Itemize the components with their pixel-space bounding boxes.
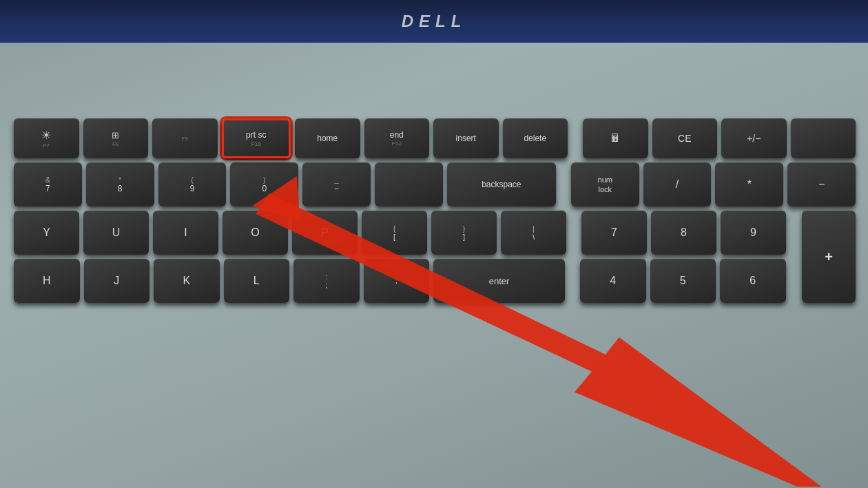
key-extra-r2a[interactable] (375, 162, 443, 206)
key-f7[interactable]: ☀ F7 (14, 118, 79, 158)
key-quote[interactable]: " ' (364, 259, 430, 303)
key-prtsc-main: prt sc (246, 130, 266, 140)
key-prtsc-sub: F10 (251, 141, 261, 147)
key-np7[interactable]: 7 (581, 211, 647, 255)
key-np9[interactable]: 9 (721, 211, 786, 255)
key-f8[interactable]: ⊞ F8 (83, 118, 149, 158)
key-np-div[interactable]: / (643, 162, 712, 206)
key-enter[interactable]: enter (433, 259, 565, 303)
key-end-sub: F12 (392, 140, 402, 147)
key-np-mul[interactable]: * (715, 162, 783, 206)
key-insert[interactable]: insert (433, 118, 499, 158)
key-u[interactable]: U (83, 211, 149, 255)
key-f9-sub: F9 (182, 136, 188, 142)
key-o[interactable]: O (223, 211, 288, 255)
key-prtsc[interactable]: prt sc F10 (222, 118, 291, 158)
key-i[interactable]: I (153, 211, 218, 255)
key-ce-main: CE (678, 133, 691, 144)
key-home[interactable]: home (295, 118, 360, 158)
key-calc-icon: 🖩 (610, 132, 621, 145)
key-delete[interactable]: delete (503, 118, 568, 158)
laptop-frame: DELL ☀ F7 ⊞ F8 F9 (0, 0, 868, 488)
key-plusminus-main: +/− (747, 133, 761, 144)
key-np6[interactable]: 6 (720, 259, 786, 303)
row-numbers: & 7 * 8 ( 9 ) 0 (14, 162, 856, 206)
key-bracketclose[interactable]: } ] (431, 211, 497, 255)
key-y[interactable]: Y (14, 211, 79, 255)
key-numlock[interactable]: numlock (571, 162, 639, 206)
key-p[interactable]: P (292, 211, 358, 255)
key-delete-main: delete (524, 134, 546, 143)
key-np4[interactable]: 4 (580, 259, 646, 303)
key-j[interactable]: J (84, 259, 150, 303)
laptop-top-bar: DELL (0, 0, 868, 43)
key-backspace[interactable]: backspace (447, 162, 556, 206)
key-end-main: end (390, 130, 404, 140)
key-np-plus[interactable]: + (802, 211, 856, 303)
key-calc[interactable]: 🖩 (583, 118, 648, 158)
keyboard-surface: ☀ F7 ⊞ F8 F9 prt sc F10 (0, 43, 868, 488)
row-hjkl: H J K L : ; " ' enter 4 (14, 259, 856, 303)
key-bracketopen[interactable]: { [ (362, 211, 427, 255)
keyboard-layout: ☀ F7 ⊞ F8 F9 prt sc F10 (14, 118, 856, 476)
key-k[interactable]: K (154, 259, 220, 303)
key-ampersand[interactable]: & 7 (14, 162, 82, 206)
key-np5[interactable]: 5 (650, 259, 716, 303)
row-yuiop: Y U I O P { [ } ] | \ (14, 211, 856, 255)
key-np-minus[interactable]: − (787, 162, 856, 206)
key-extra-r1[interactable] (791, 118, 856, 158)
dell-logo: DELL (402, 12, 467, 31)
row-fn: ☀ F7 ⊞ F8 F9 prt sc F10 (14, 118, 856, 158)
key-f9[interactable]: F9 (152, 118, 218, 158)
key-semicolon[interactable]: : ; (293, 259, 360, 303)
key-ce[interactable]: CE (652, 118, 718, 158)
key-np8[interactable]: 8 (651, 211, 716, 255)
key-h[interactable]: H (14, 259, 80, 303)
key-l[interactable]: L (224, 259, 290, 303)
key-home-main: home (317, 134, 338, 143)
key-paren0[interactable]: ) 0 (230, 162, 298, 206)
key-f8-sub: F8 (112, 141, 118, 147)
key-f8-main: ⊞ (112, 130, 119, 140)
key-insert-main: insert (456, 134, 476, 143)
key-underscore[interactable]: _ − (302, 162, 371, 206)
key-plusminus[interactable]: +/− (721, 118, 787, 158)
key-paren9[interactable]: ( 9 (158, 162, 227, 206)
key-end[interactable]: end F12 (364, 118, 430, 158)
key-star8[interactable]: * 8 (86, 162, 154, 206)
key-backslash[interactable]: | \ (501, 211, 566, 255)
key-f7-main: ☀ (41, 129, 51, 142)
key-f7-sub: F7 (43, 142, 50, 149)
